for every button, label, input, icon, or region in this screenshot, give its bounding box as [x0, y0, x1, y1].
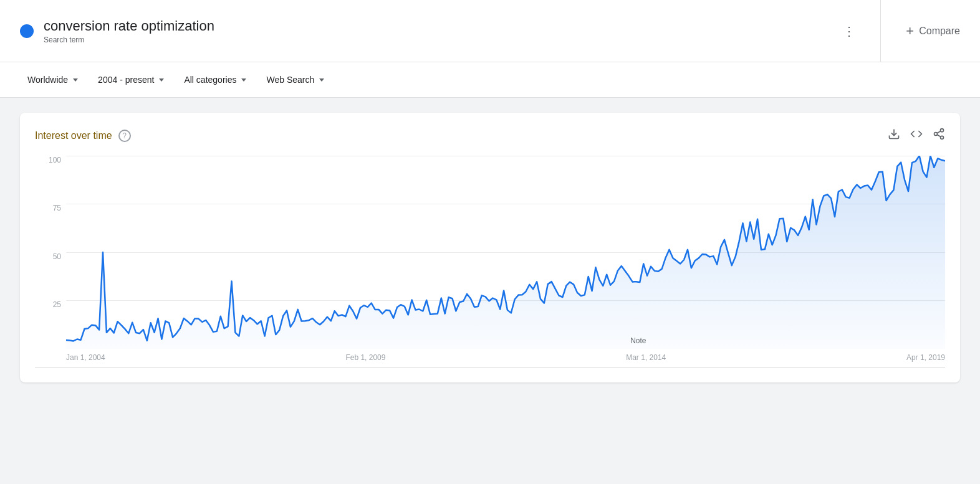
compare-section[interactable]: + Compare	[881, 23, 960, 39]
x-label-2009: Feb 1, 2009	[345, 353, 385, 362]
term-color-dot	[20, 24, 34, 38]
filter-timerange[interactable]: 2004 - present	[90, 70, 171, 90]
y-label-25: 25	[53, 300, 61, 309]
download-icon[interactable]	[888, 128, 900, 143]
y-label-50: 50	[53, 252, 61, 261]
filter-searchtype[interactable]: Web Search	[259, 70, 332, 90]
more-button[interactable]: ⋮	[838, 19, 860, 44]
svg-point-3	[941, 136, 944, 139]
chart-area: 100 75 50 25 Note Jan 1, 2004	[35, 156, 945, 368]
main-content: Interest over time ?	[0, 98, 980, 397]
share-icon[interactable]	[933, 128, 945, 143]
x-axis: Jan 1, 2004 Feb 1, 2009 Mar 1, 2014 Apr …	[66, 348, 945, 367]
embed-icon[interactable]	[910, 128, 923, 143]
y-axis: 100 75 50 25	[35, 156, 66, 348]
compare-label: Compare	[919, 26, 960, 37]
chart-title: Interest over time	[35, 130, 112, 141]
y-label-100: 100	[49, 156, 61, 164]
chart-card: Interest over time ?	[20, 113, 960, 382]
filter-timerange-label: 2004 - present	[98, 75, 154, 85]
svg-line-4	[937, 135, 941, 136]
filter-category-label: All categories	[184, 75, 236, 85]
chart-actions	[888, 128, 945, 143]
chart-title-group: Interest over time ?	[35, 130, 131, 142]
svg-point-2	[934, 133, 938, 136]
svg-point-1	[941, 129, 944, 132]
chevron-down-icon	[73, 78, 78, 82]
filters-bar: Worldwide 2004 - present All categories …	[0, 62, 980, 98]
top-bar: conversion rate optimization Search term…	[0, 0, 980, 62]
term-section: conversion rate optimization Search term…	[20, 0, 881, 62]
chevron-down-icon	[159, 78, 164, 82]
filter-category[interactable]: All categories	[176, 70, 254, 90]
chevron-down-icon	[241, 78, 246, 82]
filter-location[interactable]: Worldwide	[20, 70, 85, 90]
svg-line-5	[937, 131, 941, 133]
y-label-75: 75	[53, 204, 61, 212]
filter-location-label: Worldwide	[27, 75, 68, 85]
filter-searchtype-label: Web Search	[266, 75, 314, 85]
chevron-down-icon	[319, 78, 324, 82]
term-subtitle: Search term	[44, 36, 84, 44]
help-icon[interactable]: ?	[118, 130, 131, 142]
chart-header: Interest over time ?	[35, 128, 945, 143]
x-label-2004: Jan 1, 2004	[66, 353, 105, 362]
note-label: Note	[630, 336, 646, 345]
x-label-2014: Mar 1, 2014	[626, 353, 666, 362]
x-label-2019: Apr 1, 2019	[906, 353, 945, 362]
compare-plus-icon: +	[906, 23, 914, 39]
trend-line-chart	[66, 156, 945, 349]
term-title: conversion rate optimization	[44, 18, 214, 34]
term-text: conversion rate optimization Search term	[44, 18, 214, 44]
